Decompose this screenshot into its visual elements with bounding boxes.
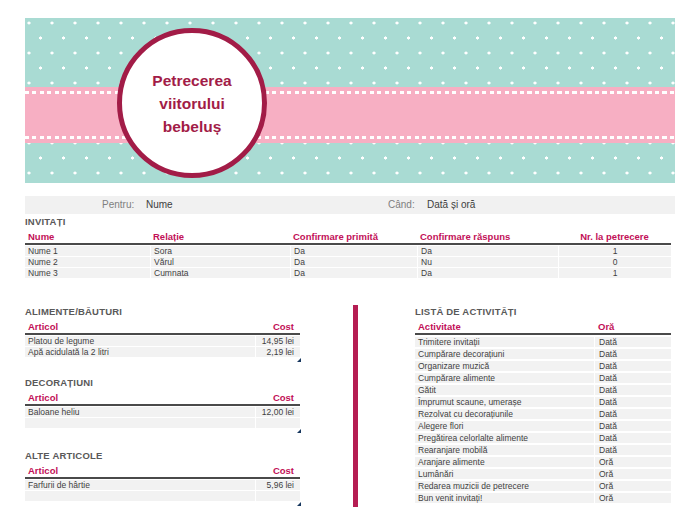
activity-cell[interactable]: Alegere flori [415,421,594,431]
time-cell[interactable]: Dată [594,445,671,455]
time-cell[interactable]: Oră [594,469,671,479]
time-cell[interactable]: Dată [594,361,671,371]
activity-cell[interactable]: Redarea muzicii de petrecere [415,481,594,491]
table-resize-corner-icon[interactable] [297,429,301,433]
guest-confirm-received-cell[interactable]: Da [290,257,417,267]
table-row: Farfurii de hârtie 5,96 lei [25,480,300,490]
activity-cell[interactable]: Rezolvat cu decorațiunile [415,409,594,419]
food-drinks-section: ALIMENTE/BĂUTURI Articol Cost Platou de … [25,306,300,357]
guest-name-cell[interactable]: Nume 3 [25,268,150,278]
section-divider-bar [353,305,358,507]
polka-dot-banner: Petrecerea viitorului bebeluș [25,18,675,183]
guest-confirm-response-cell[interactable]: Da [417,268,558,278]
item-cell[interactable]: Apă acidulată la 2 litri [25,347,255,357]
time-cell[interactable]: Dată [594,385,671,395]
guest-relation-cell[interactable]: Cumnata [150,268,290,278]
table-row: Rezolvat cu decorațiunile Dată [415,409,671,419]
column-header: Cost [255,391,300,404]
activity-cell[interactable]: Pregătirea celorlalte alimente [415,433,594,443]
activity-cell[interactable]: Cumpărare decorațiuni [415,349,594,359]
time-cell[interactable]: Oră [594,481,671,491]
activity-cell[interactable]: Organizare muzică [415,361,594,371]
time-cell[interactable]: Dată [594,421,671,431]
column-header: Cost [255,320,300,333]
cost-cell[interactable]: 12,00 lei [255,407,300,417]
column-header: Activitate [415,320,594,333]
activity-cell[interactable]: Cumpărare alimente [415,373,594,383]
table-row-empty[interactable] [25,491,300,501]
decorations-header-row: Articol Cost [25,391,300,406]
column-header: Nume [25,230,150,243]
table-row: Cumpărare decorațiuni Dată [415,349,671,359]
table-row-empty[interactable] [25,418,300,428]
time-cell[interactable]: Dată [594,349,671,359]
table-resize-corner-icon[interactable] [297,502,301,506]
item-cell[interactable]: Farfurii de hârtie [25,480,255,490]
time-cell[interactable]: Dată [594,397,671,407]
when-value-field[interactable]: Dată și oră [427,196,475,214]
other-items-section: ALTE ARTICOLE Articol Cost Farfurii de h… [25,450,300,501]
table-row: Împrumut scaune, umerașe Dată [415,397,671,407]
table-row: Apă acidulată la 2 litri 2,19 lei [25,347,300,357]
decorations-heading: DECORAȚIUNI [25,377,300,390]
column-header: Confirmare răspuns [417,230,558,243]
cost-cell [255,418,300,428]
table-row: Organizare muzică Dată [415,361,671,371]
table-row: Nume 1 Sora Da Da 1 [25,246,671,256]
party-info-bar: Pentru: Nume Când: Dată și oră [25,196,675,214]
table-row: Nume 2 Vărul Da Nu 0 [25,257,671,267]
guest-confirm-received-cell[interactable]: Da [290,246,417,256]
table-row: Trimitere invitații Dată [415,337,671,347]
activity-cell[interactable]: Împrumut scaune, umerașe [415,397,594,407]
column-header: Oră [594,320,671,333]
time-cell[interactable]: Dată [594,373,671,383]
column-header: Confirmare primită [290,230,417,243]
guest-name-cell[interactable]: Nume 1 [25,246,150,256]
table-resize-corner-icon[interactable] [297,358,301,362]
activity-cell[interactable]: Gătit [415,385,594,395]
activities-section: LISTĂ DE ACTIVITĂȚI Activitate Oră Trimi… [415,306,671,503]
table-row: Pregătirea celorlalte alimente Dată [415,433,671,443]
cost-cell[interactable]: 14,95 lei [255,336,300,346]
activity-cell[interactable]: Rearanjare mobilă [415,445,594,455]
table-row: Nume 3 Cumnata Da Da 1 [25,268,671,278]
decorations-section: DECORAȚIUNI Articol Cost Baloane heliu 1… [25,377,300,428]
for-value-field[interactable]: Nume [146,196,173,214]
guest-name-cell[interactable]: Nume 2 [25,257,150,267]
guests-header-row: Nume Relație Confirmare primită Confirma… [25,230,671,245]
cost-cell[interactable]: 5,96 lei [255,480,300,490]
column-header: Articol [25,464,255,477]
item-cell[interactable]: Baloane heliu [25,407,255,417]
guests-section: INVITAȚI Nume Relație Confirmare primită… [25,216,671,278]
table-row: Redarea muzicii de petrecere Oră [415,481,671,491]
food-drinks-heading: ALIMENTE/BĂUTURI [25,306,300,319]
other-items-header-row: Articol Cost [25,464,300,479]
time-cell[interactable]: Oră [594,457,671,467]
item-cell[interactable]: Platou de legume [25,336,255,346]
guests-heading: INVITAȚI [25,216,671,229]
activity-cell[interactable]: Bun venit invitați! [415,493,594,503]
time-cell[interactable]: Oră [594,493,671,503]
activity-cell[interactable]: Lumânări [415,469,594,479]
cost-cell [255,491,300,501]
activity-cell[interactable]: Trimitere invitații [415,337,594,347]
cost-cell[interactable]: 2,19 lei [255,347,300,357]
food-header-row: Articol Cost [25,320,300,335]
guest-count-cell[interactable]: 1 [558,246,671,256]
activities-header-row: Activitate Oră [415,320,671,335]
column-header: Articol [25,320,255,333]
time-cell[interactable]: Dată [594,433,671,443]
activity-cell[interactable]: Aranjare alimente [415,457,594,467]
time-cell[interactable]: Dată [594,409,671,419]
guest-confirm-response-cell[interactable]: Da [417,246,558,256]
time-cell[interactable]: Dată [594,337,671,347]
guest-confirm-received-cell[interactable]: Da [290,268,417,278]
table-row: Baloane heliu 12,00 lei [25,407,300,417]
guest-confirm-response-cell[interactable]: Nu [417,257,558,267]
table-row: Aranjare alimente Oră [415,457,671,467]
item-cell [25,491,255,501]
guest-count-cell[interactable]: 1 [558,268,671,278]
guest-relation-cell[interactable]: Vărul [150,257,290,267]
guest-relation-cell[interactable]: Sora [150,246,290,256]
guest-count-cell[interactable]: 0 [558,257,671,267]
